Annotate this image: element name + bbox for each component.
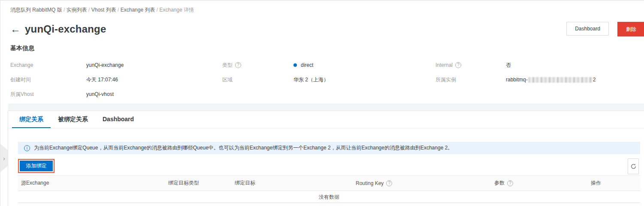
field-region-value: 华东 2（上海） (293, 76, 329, 84)
field-internal-value: 否 (506, 62, 511, 69)
col-source-exchange-label: 源Exchange (21, 179, 49, 187)
field-type-value-text: direct (301, 62, 313, 68)
field-vhost: 所属Vhost yunQi-vhost (10, 87, 222, 102)
params-help-icon[interactable] (507, 180, 513, 186)
breadcrumb-exchange-list[interactable]: Exchange 列表 (121, 7, 160, 13)
info-circle-icon (24, 145, 30, 151)
field-vhost-label: 所属Vhost (10, 91, 86, 98)
add-binding-button[interactable]: 添加绑定 (20, 161, 53, 171)
header-buttons: Dashboard 删除 (566, 22, 644, 36)
table-header-row: 源Exchange 绑定目标类型 绑定目标 Routing Key 参数 (18, 175, 640, 191)
field-internal-label: Internal (435, 62, 506, 68)
col-routing-key-label: Routing Key (356, 180, 384, 186)
exchange-detail-page: 消息队列 RabbitMQ 版实例列表Vhost 列表Exchange 列表Ex… (0, 0, 644, 206)
col-actions-label: 操作 (591, 179, 601, 187)
col-actions: 操作 (591, 179, 640, 187)
col-target-type: 绑定目标类型 (168, 179, 235, 187)
col-params: 参数 (494, 179, 591, 187)
col-params-label: 参数 (494, 179, 505, 187)
info-banner-text: 为当前Exchange绑定Queue，从而当前Exchange的消息被路由到哪些… (34, 144, 453, 152)
field-create-time-label: 创建时间 (10, 76, 86, 84)
annotation-highlight-box: 添加绑定 (18, 159, 54, 173)
field-instance: 所属实例 rabbitmq-2 (435, 72, 640, 87)
basic-info-grid: Exchange yunQi-exchange 类型 direct Intern… (10, 58, 640, 102)
field-type: 类型 direct (222, 58, 435, 72)
col-target-label: 绑定目标 (235, 179, 255, 187)
field-exchange: Exchange yunQi-exchange (10, 58, 222, 72)
col-routing-key: Routing Key (356, 180, 494, 186)
field-type-label-text: 类型 (222, 62, 233, 69)
table-empty-state: 没有数据 (18, 191, 640, 203)
sidebar-expand-toggle[interactable] (0, 144, 8, 172)
chevron-right-icon (3, 155, 5, 161)
tab-bar: 绑定关系 被绑定关系 Dashboard (8, 111, 644, 128)
info-banner: 为当前Exchange绑定Queue，从而当前Exchange的消息被路由到哪些… (18, 142, 640, 154)
title-row: yunQi-exchange (10, 22, 106, 36)
tab-bound-by-relations[interactable]: 被绑定关系 (51, 111, 95, 128)
field-instance-value: rabbitmq-2 (506, 77, 596, 83)
instance-id-masked-block (528, 77, 593, 83)
breadcrumb-current: Exchange 详情 (160, 7, 194, 13)
basic-info-title: 基本信息 (10, 45, 34, 52)
delete-button[interactable]: 删除 (617, 22, 644, 36)
internal-help-icon[interactable] (455, 62, 461, 68)
instance-id-suffix: 2 (593, 77, 596, 83)
instance-id-prefix: rabbitmq- (506, 77, 528, 83)
bindings-table: 源Exchange 绑定目标类型 绑定目标 Routing Key 参数 (18, 175, 640, 203)
field-create-time: 创建时间 今天 17:07:46 (10, 72, 222, 87)
field-create-time-value: 今天 17:07:46 (86, 76, 118, 84)
field-exchange-label: Exchange (10, 62, 86, 68)
header-section: 消息队列 RabbitMQ 版实例列表Vhost 列表Exchange 列表Ex… (0, 0, 644, 103)
refresh-button[interactable] (628, 158, 639, 174)
breadcrumb: 消息队列 RabbitMQ 版实例列表Vhost 列表Exchange 列表Ex… (10, 6, 194, 14)
col-target-type-label: 绑定目标类型 (168, 179, 199, 187)
field-type-value: direct (293, 62, 313, 68)
breadcrumb-product[interactable]: 消息队列 RabbitMQ 版 (10, 7, 67, 13)
detail-tabs-card: 绑定关系 被绑定关系 Dashboard 为当前Exchange绑定Queue，… (8, 110, 644, 206)
type-status-dot-icon (293, 63, 297, 67)
refresh-icon (630, 163, 637, 170)
field-region-label: 区域 (222, 76, 293, 84)
field-instance-label: 所属实例 (435, 76, 506, 84)
breadcrumb-vhost-list[interactable]: Vhost 列表 (91, 7, 121, 13)
col-target: 绑定目标 (235, 179, 356, 187)
page-title: yunQi-exchange (25, 23, 106, 35)
dashboard-button[interactable]: Dashboard (566, 22, 609, 36)
section-gap (8, 104, 644, 110)
field-internal-label-text: Internal (435, 62, 453, 68)
type-help-icon[interactable] (235, 62, 241, 68)
binding-tab-panel: 为当前Exchange绑定Queue，从而当前Exchange的消息被路由到哪些… (8, 142, 644, 203)
field-exchange-value: yunQi-exchange (86, 62, 124, 68)
tab-binding-relations[interactable]: 绑定关系 (12, 111, 51, 128)
field-internal: Internal 否 (435, 58, 640, 72)
field-vhost-value: yunQi-vhost (86, 91, 114, 97)
field-region: 区域 华东 2（上海） (222, 72, 435, 87)
routing-key-help-icon[interactable] (386, 180, 392, 186)
col-source-exchange: 源Exchange (21, 179, 168, 187)
breadcrumb-instance-list[interactable]: 实例列表 (67, 7, 91, 13)
back-arrow-icon[interactable] (10, 24, 21, 34)
table-action-row: 添加绑定 (18, 159, 640, 173)
field-type-label: 类型 (222, 62, 293, 69)
tab-dashboard[interactable]: Dashboard (95, 111, 141, 128)
